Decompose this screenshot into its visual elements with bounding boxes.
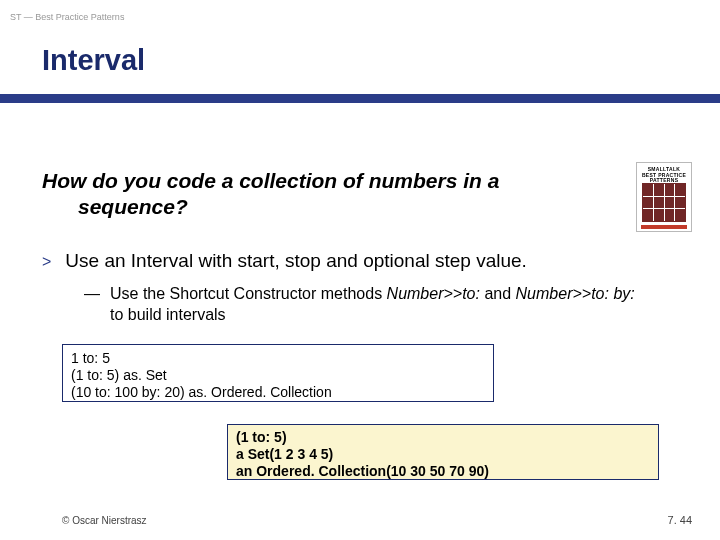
slide: ST — Best Practice Patterns Interval How… [0,0,720,540]
code-output-box: (1 to: 5) a Set(1 2 3 4 5) an Ordered. C… [227,424,659,480]
book-cover-bar [641,225,687,229]
code-input-box: 1 to: 5 (1 to: 5) as. Set (10 to: 100 by… [62,344,494,402]
header-breadcrumb: ST — Best Practice Patterns [10,12,124,22]
footer-copyright: © Oscar Nierstrasz [62,515,147,526]
code-line: (10 to: 100 by: 20) as. Ordered. Collect… [71,384,485,401]
question-line2: sequence? [42,194,606,220]
output-line: (1 to: 5) [236,429,650,446]
output-line: an Ordered. Collection(10 30 50 70 90) [236,463,650,480]
output-line: a Set(1 2 3 4 5) [236,446,650,463]
code-line: 1 to: 5 [71,350,485,367]
sub-mid: and [480,285,516,302]
page-title: Interval [42,44,145,77]
main-bullet: > Use an Interval with start, stop and o… [42,250,672,272]
sub-prefix: Use the Shortcut Constructor methods [110,285,387,302]
sub-code1: Number>>to: [387,285,480,302]
sub-code2: Number>>to: by: [516,285,635,302]
question-line1: How do you code a collection of numbers … [42,169,499,192]
code-line: (1 to: 5) as. Set [71,367,485,384]
sub-suffix: to build intervals [110,306,226,323]
book-cover-grid-icon [642,183,686,222]
footer-page-number: 7. 44 [668,514,692,526]
question-heading: How do you code a collection of numbers … [42,168,606,221]
title-underline [0,94,720,103]
dash-icon: — [84,284,100,305]
bullet-text: Use an Interval with start, stop and opt… [65,250,527,272]
sub-bullet: — Use the Shortcut Constructor methods N… [84,284,644,326]
book-cover-thumbnail: SMALLTALK BEST PRACTICE PATTERNS [636,162,692,232]
book-title: SMALLTALK BEST PRACTICE PATTERNS [641,167,687,184]
sub-bullet-text: Use the Shortcut Constructor methods Num… [110,284,644,326]
bullet-marker-icon: > [42,253,51,271]
